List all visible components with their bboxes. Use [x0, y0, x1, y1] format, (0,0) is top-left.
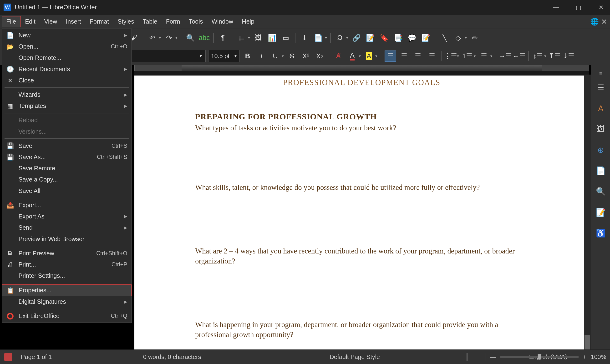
file-menu-export-as[interactable]: Export As▶	[2, 211, 131, 222]
vertical-scrollbar[interactable]	[584, 75, 591, 350]
file-menu-recent-documents[interactable]: 🕘Recent Documents▶	[2, 64, 131, 75]
menu-edit[interactable]: Edit	[21, 16, 40, 27]
style-inspector-icon[interactable]: 🔍	[595, 186, 607, 198]
file-menu-exit-libreoffice[interactable]: ⭕Exit LibreOfficeCtrl+Q	[2, 310, 131, 322]
zoom-value[interactable]: 100%	[591, 353, 606, 360]
manage-changes-icon[interactable]: 📝	[595, 206, 607, 219]
clear-format-icon[interactable]: A̸	[333, 51, 344, 62]
outline-icon[interactable]: ☰	[478, 51, 489, 62]
insert-image-icon[interactable]: 🖼	[253, 32, 264, 43]
draw-functions-icon[interactable]: ✏	[469, 32, 480, 43]
menu-view[interactable]: View	[40, 16, 62, 27]
zoom-in-icon[interactable]: +	[583, 353, 586, 360]
para-spacing-inc-icon[interactable]: ⤒☰	[549, 51, 560, 62]
file-menu-printer-settings[interactable]: Printer Settings...	[2, 270, 131, 281]
number-list-icon[interactable]: 1☰	[462, 51, 473, 62]
redo-icon[interactable]: ↷	[163, 32, 175, 43]
insert-chart-icon[interactable]: 📊	[266, 32, 278, 43]
align-center-icon[interactable]: ☰	[399, 51, 410, 62]
view-single-icon[interactable]	[458, 353, 467, 361]
file-menu-save-remote[interactable]: Save Remote...	[2, 163, 131, 174]
para-spacing-dec-icon[interactable]: ⤓☰	[563, 51, 574, 62]
file-menu-digital-signatures[interactable]: Digital Signatures▶	[2, 296, 131, 307]
update-icon[interactable]: 🌐	[591, 18, 598, 26]
page-panel-icon[interactable]: 📄	[595, 165, 607, 177]
close-window-button[interactable]: ✕	[595, 1, 607, 13]
font-size-input[interactable]: 10.5 pt▾	[208, 50, 239, 62]
strike-icon[interactable]: S	[286, 51, 298, 62]
close-doc-icon[interactable]: ✕	[600, 18, 608, 26]
horizontal-ruler[interactable]	[134, 65, 589, 74]
save-status-icon[interactable]	[4, 353, 12, 361]
font-color-icon[interactable]: A	[347, 51, 358, 62]
file-menu-new[interactable]: 📄New▶	[2, 30, 131, 41]
file-menu-save-as[interactable]: 💾Save As...Ctrl+Shift+S	[2, 152, 131, 163]
page-style[interactable]: Default Page Style	[330, 353, 380, 360]
zoom-out-icon[interactable]: —	[490, 353, 496, 360]
formatting-marks-icon[interactable]: ¶	[217, 32, 229, 43]
cross-ref-icon[interactable]: 📑	[392, 32, 404, 43]
view-multi-icon[interactable]	[467, 353, 476, 361]
word-count[interactable]: 0 words, 0 characters	[143, 353, 201, 360]
view-book-icon[interactable]	[477, 353, 486, 361]
insert-field-icon[interactable]: 📄	[313, 32, 324, 43]
minimize-button[interactable]: —	[550, 1, 562, 13]
menu-format[interactable]: Format	[85, 16, 113, 27]
styles-panel-icon[interactable]: A	[595, 102, 607, 114]
bookmark-icon[interactable]: 🔖	[379, 32, 390, 43]
menu-file[interactable]: File	[2, 16, 21, 27]
track-changes-icon[interactable]: 📝	[420, 32, 431, 43]
file-menu-open-remote[interactable]: Open Remote...	[2, 52, 131, 63]
indent-inc-icon[interactable]: →☰	[500, 51, 511, 62]
file-menu-close[interactable]: ✕Close	[2, 75, 131, 86]
gallery-panel-icon[interactable]: 🖼	[595, 123, 607, 135]
align-left-icon[interactable]: ☰	[385, 51, 396, 62]
highlight-icon[interactable]: A	[363, 51, 374, 62]
page-break-icon[interactable]: ⤓	[299, 32, 310, 43]
superscript-icon[interactable]: X²	[300, 51, 311, 62]
navigator-panel-icon[interactable]: ⊕	[595, 144, 607, 156]
bullet-list-icon[interactable]: ⋮☰	[445, 51, 456, 62]
comment-icon[interactable]: 💬	[406, 32, 417, 43]
menu-tools[interactable]: Tools	[184, 16, 207, 27]
subscript-icon[interactable]: X₂	[314, 51, 325, 62]
underline-icon[interactable]: U	[270, 51, 281, 62]
file-menu-send[interactable]: Send▶	[2, 222, 131, 233]
file-menu-open[interactable]: 📂Open...Ctrl+O	[2, 41, 131, 52]
menu-styles[interactable]: Styles	[113, 16, 138, 27]
line-spacing-icon[interactable]: ↕☰	[532, 51, 543, 62]
menu-window[interactable]: Window	[207, 16, 238, 27]
document-page[interactable]: PROFESSIONAL DEVELOPMENT GOALS PREPARING…	[134, 76, 589, 350]
find-icon[interactable]: 🔍	[185, 32, 196, 43]
file-menu-save-all[interactable]: Save All	[2, 185, 131, 196]
file-menu-save-a-copy[interactable]: Save a Copy...	[2, 174, 131, 185]
line-icon[interactable]: ╲	[439, 32, 450, 43]
page-indicator[interactable]: Page 1 of 1	[21, 353, 52, 360]
properties-panel-icon[interactable]: ☰	[595, 81, 607, 94]
file-menu-print-preview[interactable]: 🗎Print PreviewCtrl+Shift+O	[2, 247, 131, 259]
file-menu-wizards[interactable]: Wizards▶	[2, 89, 131, 100]
insert-textbox-icon[interactable]: ▭	[280, 32, 291, 43]
insert-table-icon[interactable]: ▦	[236, 32, 247, 43]
accessibility-icon[interactable]: ♿	[595, 227, 607, 239]
italic-icon[interactable]: I	[256, 51, 267, 62]
undo-icon[interactable]: ↶	[147, 32, 158, 43]
file-menu-templates[interactable]: ▦Templates▶	[2, 100, 131, 112]
menu-table[interactable]: Table	[138, 16, 162, 27]
zoom-slider[interactable]	[500, 356, 579, 358]
hyperlink-icon[interactable]: 🔗	[351, 32, 362, 43]
align-justify-icon[interactable]: ☰	[426, 51, 438, 62]
shapes-icon[interactable]: ◇	[453, 32, 464, 43]
maximize-button[interactable]: ▢	[572, 1, 584, 13]
file-menu-export[interactable]: 📤Export...	[2, 200, 131, 211]
file-menu-print[interactable]: 🖨Print...Ctrl+P	[2, 259, 131, 270]
menu-form[interactable]: Form	[162, 16, 184, 27]
file-menu-save[interactable]: 💾SaveCtrl+S	[2, 140, 131, 151]
align-right-icon[interactable]: ☰	[413, 51, 424, 62]
menu-help[interactable]: Help	[238, 16, 259, 27]
footnote-icon[interactable]: 📝	[365, 32, 376, 43]
file-menu-preview-in-web-browser[interactable]: Preview in Web Browser	[2, 233, 131, 244]
spellcheck-icon[interactable]: abc	[199, 32, 210, 43]
special-char-icon[interactable]: Ω	[334, 32, 345, 43]
bold-icon[interactable]: B	[242, 51, 253, 62]
